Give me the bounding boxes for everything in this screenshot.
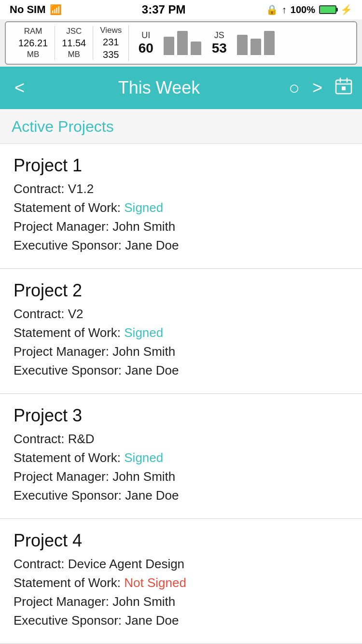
calendar-button[interactable] xyxy=(335,77,352,98)
project-contract: Contract: R&D xyxy=(14,430,348,448)
jsc-label: JSC xyxy=(66,26,82,37)
sow-status: Signed xyxy=(124,450,163,465)
status-time: 3:37 PM xyxy=(142,3,186,16)
project-card[interactable]: Project 4Contract: Device Agent DesignSt… xyxy=(0,519,362,644)
project-name: Project 4 xyxy=(14,531,348,551)
project-sponsor: Executive Sponsor: Jane Doe xyxy=(14,236,348,255)
project-sow: Statement of Work: Signed xyxy=(14,198,348,217)
battery-icon xyxy=(319,5,336,14)
location-icon: ↑ xyxy=(282,4,287,15)
ram-unit: MB xyxy=(27,49,40,60)
bar-5 xyxy=(251,39,261,55)
project-manager: Project Manager: John Smith xyxy=(14,467,348,486)
js-value: 53 xyxy=(212,41,227,56)
views-value2: 335 xyxy=(103,48,119,61)
jsc-unit: MB xyxy=(68,49,80,60)
ui-value: 60 xyxy=(139,41,153,56)
debug-ui-js: UI 60 JS 53 xyxy=(129,30,283,56)
project-sponsor: Executive Sponsor: Jane Doe xyxy=(14,611,348,630)
project-contract: Contract: V1.2 xyxy=(14,180,348,198)
prev-button[interactable]: < xyxy=(10,74,29,101)
ui-label: UI xyxy=(141,30,150,41)
sow-label: Statement of Work: xyxy=(14,325,124,340)
sow-label: Statement of Work: xyxy=(14,575,124,590)
project-card[interactable]: Project 1Contract: V1.2Statement of Work… xyxy=(0,144,362,269)
bar-1 xyxy=(164,37,174,55)
status-bar: No SIM 📶 3:37 PM 🔒 ↑ 100% ⚡ xyxy=(0,0,362,19)
nav-right: ○ > xyxy=(289,74,352,101)
wifi-icon: 📶 xyxy=(50,4,62,15)
projects-list: Project 1Contract: V1.2Statement of Work… xyxy=(0,144,362,644)
debug-views: Views 231 335 xyxy=(93,25,129,61)
project-manager: Project Manager: John Smith xyxy=(14,342,348,361)
js-bar-graph xyxy=(233,31,278,55)
debug-ui: UI 60 xyxy=(134,30,158,56)
status-left: No SIM 📶 xyxy=(10,3,62,16)
debug-bar: RAM 126.21 MB JSC 11.54 MB Views 231 335… xyxy=(5,21,357,65)
search-button[interactable]: ○ xyxy=(289,79,300,97)
jsc-value1: 11.54 xyxy=(62,37,86,49)
ui-bar-graph xyxy=(160,31,205,55)
views-label: Views xyxy=(100,25,122,36)
sow-status: Signed xyxy=(124,325,163,340)
sow-status: Signed xyxy=(124,200,163,215)
project-name: Project 2 xyxy=(14,280,348,301)
debug-js: JS 53 xyxy=(207,30,231,56)
debug-ram: RAM 126.21 MB xyxy=(12,26,55,60)
bar-3 xyxy=(191,42,201,55)
project-name: Project 1 xyxy=(14,155,348,176)
svg-rect-4 xyxy=(342,86,346,90)
project-card[interactable]: Project 2Contract: V2Statement of Work: … xyxy=(0,269,362,394)
project-sow: Statement of Work: Signed xyxy=(14,323,348,342)
project-contract: Contract: Device Agent Design xyxy=(14,555,348,574)
lock-icon: 🔒 xyxy=(266,4,278,15)
section-header: Active Projects xyxy=(0,109,362,144)
project-manager: Project Manager: John Smith xyxy=(14,217,348,236)
project-sow: Statement of Work: Not Signed xyxy=(14,574,348,592)
project-card[interactable]: Project 3Contract: R&DStatement of Work:… xyxy=(0,394,362,519)
project-sponsor: Executive Sponsor: Jane Doe xyxy=(14,361,348,380)
bar-4 xyxy=(237,35,248,55)
sow-label: Statement of Work: xyxy=(14,450,124,465)
ram-value1: 126.21 xyxy=(18,37,48,49)
views-value1: 231 xyxy=(103,36,119,48)
sow-label: Statement of Work: xyxy=(14,200,124,215)
status-right: 🔒 ↑ 100% ⚡ xyxy=(266,4,352,15)
nav-header: < This Week ○ > xyxy=(0,67,362,109)
bar-6 xyxy=(264,31,275,55)
nav-title: This Week xyxy=(118,78,200,98)
project-sponsor: Executive Sponsor: Jane Doe xyxy=(14,486,348,505)
bar-2 xyxy=(177,31,188,55)
project-manager: Project Manager: John Smith xyxy=(14,592,348,611)
js-label: JS xyxy=(214,30,224,41)
sow-status: Not Signed xyxy=(124,575,186,590)
battery-label: 100% xyxy=(291,4,315,15)
project-sow: Statement of Work: Signed xyxy=(14,448,348,467)
section-title: Active Projects xyxy=(12,118,114,135)
project-name: Project 3 xyxy=(14,406,348,426)
ram-label: RAM xyxy=(24,26,42,37)
next-button[interactable]: > xyxy=(307,74,327,101)
lightning-icon: ⚡ xyxy=(340,4,352,15)
debug-jsc: JSC 11.54 MB xyxy=(55,26,93,60)
project-contract: Contract: V2 xyxy=(14,305,348,323)
carrier-label: No SIM xyxy=(10,3,46,16)
